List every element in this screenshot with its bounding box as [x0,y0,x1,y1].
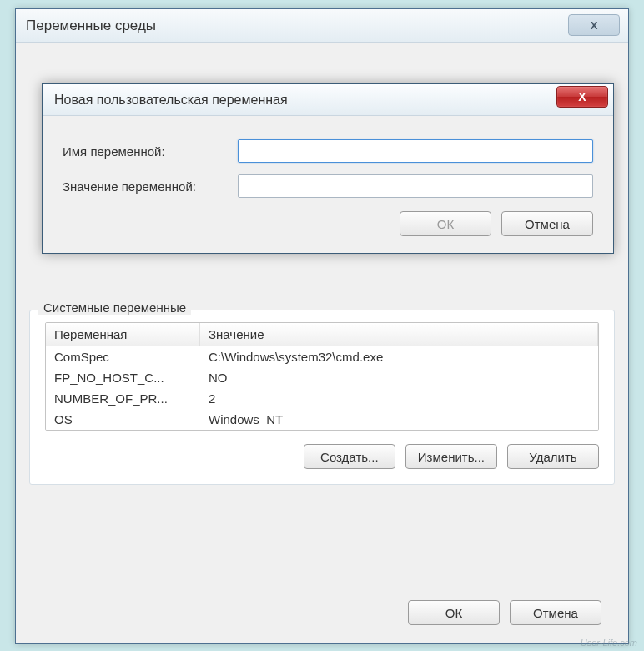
table-row[interactable]: NUMBER_OF_PR... 2 [46,388,598,409]
variable-name-label: Имя переменной: [63,144,238,159]
cell-name: OS [46,409,200,430]
cell-value: NO [200,367,598,388]
close-icon: X [578,90,586,103]
main-close-button[interactable]: X [568,14,620,36]
cell-name: ComSpec [46,346,200,367]
cell-value: C:\Windows\system32\cmd.exe [200,346,598,367]
system-vars-table: Переменная Значение ComSpec C:\Windows\s… [45,322,599,431]
new-user-variable-dialog: Новая пользовательская переменная X Имя … [42,83,614,254]
variable-name-row: Имя переменной: [63,139,593,163]
variable-value-label: Значение переменной: [63,179,238,194]
delete-button[interactable]: Удалить [507,444,599,469]
table-row[interactable]: OS Windows_NT [46,409,598,430]
modal-close-button[interactable]: X [556,86,608,108]
main-titlebar: Переменные среды X [16,9,628,43]
variable-name-input[interactable] [238,139,593,163]
table-row[interactable]: FP_NO_HOST_C... NO [46,367,598,388]
main-cancel-button[interactable]: Отмена [510,600,601,625]
table-row[interactable]: ComSpec C:\Windows\system32\cmd.exe [46,346,598,367]
variable-value-input[interactable] [238,174,593,198]
cell-name: NUMBER_OF_PR... [46,388,200,409]
column-variable[interactable]: Переменная [46,323,200,346]
modal-body: Имя переменной: Значение переменной: ОК … [43,116,613,253]
modal-titlebar: Новая пользовательская переменная X [43,84,613,116]
system-vars-group: Системные переменные Переменная Значение… [29,310,615,485]
table-header: Переменная Значение [46,323,598,346]
main-title: Переменные среды [26,18,156,34]
cell-value: 2 [200,388,598,409]
edit-button[interactable]: Изменить... [405,444,497,469]
main-footer-buttons: ОК Отмена [408,600,601,625]
table-body[interactable]: ComSpec C:\Windows\system32\cmd.exe FP_N… [46,346,598,430]
watermark: User-Life.com [581,638,637,648]
variable-value-row: Значение переменной: [63,174,593,198]
modal-buttons: ОК Отмена [63,211,593,236]
close-icon: X [591,19,598,32]
system-vars-buttons: Создать... Изменить... Удалить [45,444,599,469]
system-vars-legend: Системные переменные [38,300,191,315]
column-value[interactable]: Значение [200,323,598,346]
main-ok-button[interactable]: ОК [408,600,500,625]
modal-cancel-button[interactable]: Отмена [501,211,593,236]
create-button[interactable]: Создать... [304,444,395,469]
modal-title: Новая пользовательская переменная [54,93,288,108]
modal-ok-button[interactable]: ОК [400,211,491,236]
cell-name: FP_NO_HOST_C... [46,367,200,388]
cell-value: Windows_NT [200,409,598,430]
